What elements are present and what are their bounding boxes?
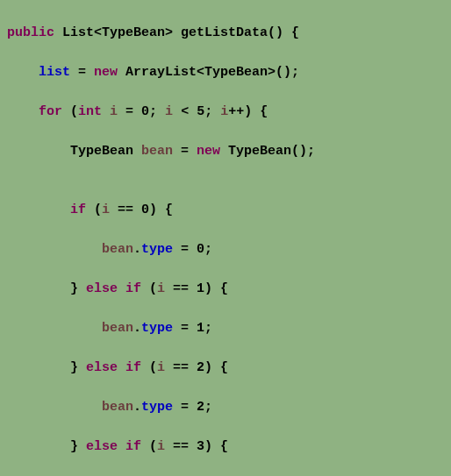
code-text: } bbox=[70, 439, 86, 454]
code-line: TypeBean bean = new TypeBean(); bbox=[7, 142, 451, 162]
code-text: } bbox=[70, 281, 86, 296]
code-text: TypeBean bbox=[70, 144, 141, 159]
code-line: bean.type = 0; bbox=[7, 240, 451, 260]
field-type: type bbox=[141, 321, 173, 336]
code-text: TypeBean(); bbox=[220, 144, 315, 159]
var-i: i bbox=[157, 439, 165, 454]
code-text: = bbox=[70, 65, 94, 80]
indent bbox=[7, 242, 102, 257]
var-i: i bbox=[165, 104, 173, 119]
indent bbox=[7, 202, 70, 217]
code-text: ++) { bbox=[228, 104, 268, 119]
code-text: = 2; bbox=[173, 400, 212, 415]
keyword-new: new bbox=[197, 144, 220, 159]
field-list: list bbox=[39, 65, 70, 80]
code-line: for (int i = 0; i < 5; i++) { bbox=[7, 103, 451, 123]
var-bean: bean bbox=[102, 321, 133, 336]
indent bbox=[7, 281, 70, 296]
code-text: = 0; bbox=[173, 242, 212, 257]
code-text: == 3) { bbox=[165, 439, 228, 454]
indent bbox=[7, 400, 102, 415]
code-text: == 1) { bbox=[165, 281, 228, 296]
var-i: i bbox=[157, 360, 165, 375]
code-text: . bbox=[133, 242, 141, 257]
code-text bbox=[102, 104, 110, 119]
code-text bbox=[118, 439, 125, 454]
code-text: = bbox=[173, 144, 197, 159]
keyword-for: for bbox=[39, 104, 62, 119]
code-text: == 2) { bbox=[165, 360, 228, 375]
var-bean: bean bbox=[102, 242, 133, 257]
code-line: } else if (i == 2) { bbox=[7, 359, 451, 379]
var-i: i bbox=[220, 104, 228, 119]
code-line: } else if (i == 3) { bbox=[7, 437, 451, 458]
code-text: List<TypeBean> getListData() { bbox=[54, 25, 299, 40]
keyword-if: if bbox=[125, 360, 141, 375]
code-text: ( bbox=[141, 360, 157, 375]
keyword-if: if bbox=[125, 439, 141, 454]
code-editor[interactable]: public List<TypeBean> getListData() { li… bbox=[0, 0, 451, 476]
code-text: ( bbox=[62, 104, 78, 119]
code-text: . bbox=[133, 321, 141, 336]
field-type: type bbox=[141, 400, 173, 415]
code-text: . bbox=[133, 400, 141, 415]
keyword-public: public bbox=[7, 25, 54, 40]
code-line: if (i == 0) { bbox=[7, 201, 451, 221]
indent bbox=[7, 360, 70, 375]
code-line: bean.type = 1; bbox=[7, 319, 451, 339]
code-text: < 5; bbox=[173, 104, 220, 119]
keyword-if: if bbox=[70, 202, 86, 217]
indent bbox=[7, 439, 70, 454]
keyword-else: else bbox=[86, 360, 118, 375]
var-i: i bbox=[110, 104, 118, 119]
code-text: = 0; bbox=[118, 104, 165, 119]
code-text: ( bbox=[141, 439, 157, 454]
code-line: } else if (i == 1) { bbox=[7, 280, 451, 300]
var-bean: bean bbox=[141, 144, 173, 159]
code-text: = 1; bbox=[173, 321, 212, 336]
code-line: list = new ArrayList<TypeBean>(); bbox=[7, 63, 451, 83]
code-text: } bbox=[70, 360, 86, 375]
code-text bbox=[118, 281, 125, 296]
code-text bbox=[118, 360, 125, 375]
keyword-int: int bbox=[78, 104, 102, 119]
indent bbox=[7, 321, 102, 336]
code-text: ArrayList<TypeBean>(); bbox=[118, 65, 299, 80]
keyword-if: if bbox=[125, 281, 141, 296]
code-line: bean.type = 2; bbox=[7, 398, 451, 418]
code-text: ( bbox=[141, 281, 157, 296]
code-text: == 0) { bbox=[110, 202, 173, 217]
var-bean: bean bbox=[102, 400, 133, 415]
field-type: type bbox=[141, 242, 173, 257]
keyword-new: new bbox=[94, 65, 118, 80]
var-i: i bbox=[102, 202, 110, 217]
var-i: i bbox=[157, 281, 165, 296]
code-text: ( bbox=[86, 202, 102, 217]
indent bbox=[7, 104, 39, 119]
code-line: public List<TypeBean> getListData() { bbox=[7, 24, 451, 44]
keyword-else: else bbox=[86, 281, 118, 296]
keyword-else: else bbox=[86, 439, 118, 454]
indent bbox=[7, 65, 39, 80]
indent bbox=[7, 144, 70, 159]
